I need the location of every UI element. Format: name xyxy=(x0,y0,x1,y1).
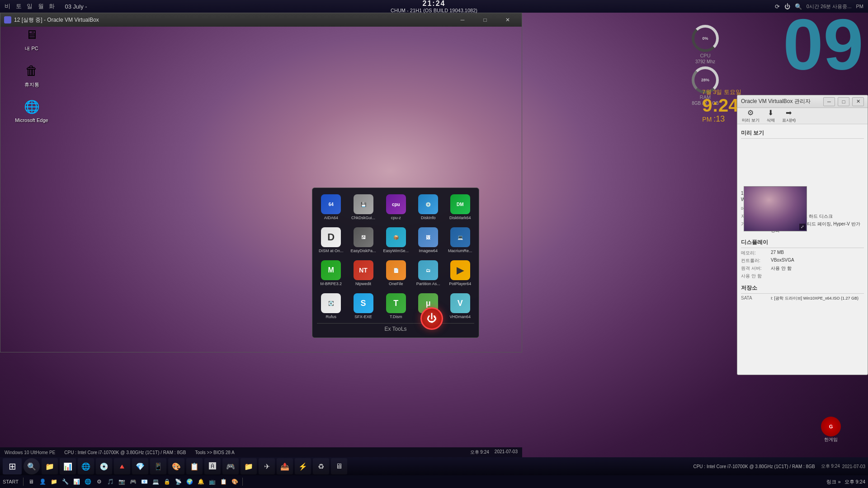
tb-warning[interactable]: 🔺 xyxy=(114,458,130,474)
bb-icon-18[interactable]: 📋 xyxy=(218,477,228,487)
tb-recycle[interactable]: ♻ xyxy=(313,458,329,474)
vbox-details-close[interactable]: ✕ xyxy=(852,97,864,106)
bb-icon-2[interactable]: 👤 xyxy=(38,477,47,487)
app-imagew[interactable]: 🖼 Imagew64 xyxy=(414,225,442,255)
tb-folder2[interactable]: 📋 xyxy=(186,458,203,474)
tb-chart[interactable]: 📊 xyxy=(60,458,76,474)
bb-icon-11[interactable]: 📧 xyxy=(139,477,149,487)
desktop: 비 토 일 월 화 03 July - 21:24 CHUM - 21H1 (O… xyxy=(0,0,868,488)
vm-display-section: 디스플레이 메모리: 27 MB 컨트롤러: VBoxSVGA 원격 서버: 사… xyxy=(741,237,864,279)
app-ntpwedit[interactable]: NT Ntpwedit xyxy=(349,258,378,288)
tb-gem[interactable]: 💎 xyxy=(132,458,148,474)
sfxexe-icon: S xyxy=(354,293,373,313)
app-macrium[interactable]: 💻 MacriumRe... xyxy=(446,225,474,255)
bb-icon-19[interactable]: 🎨 xyxy=(230,477,240,487)
top-bar-korean: 비 토 일 월 화 xyxy=(5,2,57,10)
bb-icon-10[interactable]: 🎮 xyxy=(128,477,138,487)
app-potplayer[interactable]: ▶ PotPlayer64 xyxy=(446,258,474,288)
app-tdism[interactable]: T T.Dism xyxy=(382,291,411,321)
app-easywim[interactable]: 📦 EasyWimSe... xyxy=(382,225,411,255)
bottom-start-label[interactable]: START xyxy=(3,479,19,484)
bb-icon-6[interactable]: 🌐 xyxy=(83,477,93,487)
tb-text[interactable]: 🅰 xyxy=(204,458,221,474)
vbox-details-titlebar: Oracle VM VirtualBox 관리자 ─ □ ✕ xyxy=(737,95,868,108)
app-cpuz[interactable]: cpu cpu-z xyxy=(382,192,411,222)
app-dism[interactable]: D DISM at On... xyxy=(317,225,345,255)
desktop-icon-edge[interactable]: 🌐 Microsoft Edge xyxy=(14,97,50,123)
bb-icon-1[interactable]: 🖥 xyxy=(26,477,36,487)
tb-game[interactable]: 🎮 xyxy=(222,458,239,474)
app-rufus[interactable]: 💽 Rufus xyxy=(317,291,345,321)
tb-file-explorer[interactable]: 📁 xyxy=(42,458,58,474)
app-partition[interactable]: 🗂 Partition As... xyxy=(414,258,442,288)
bb-icon-13[interactable]: 🔒 xyxy=(162,477,172,487)
hangame-label: 한게임 xyxy=(821,436,841,443)
start-icon: ⊞ xyxy=(9,461,16,472)
bb-icon-15[interactable]: 🌍 xyxy=(184,477,194,487)
app-chkdsk[interactable]: 💾 ChkDskGui... xyxy=(349,192,378,222)
tb-lightning[interactable]: ⚡ xyxy=(295,458,311,474)
tb-plane[interactable]: ✈ xyxy=(259,458,275,474)
bb-icon-8[interactable]: 🎵 xyxy=(105,477,115,487)
bb-icon-14[interactable]: 📡 xyxy=(173,477,183,487)
bb-icon-9[interactable]: 📷 xyxy=(117,477,127,487)
hangame-icon-area[interactable]: G 한게임 xyxy=(821,417,841,443)
tb-folder3[interactable]: 📁 xyxy=(241,458,257,474)
cpu-gauge-container: 0% CPU 3792 Mhz xyxy=(692,25,719,64)
preview-image-box: ⤢ xyxy=(744,186,807,231)
bb-icon-7[interactable]: ⚙ xyxy=(94,477,104,487)
tb-paint[interactable]: 🎨 xyxy=(168,458,184,474)
desktop-icon-trash[interactable]: 🗑 휴지통 xyxy=(14,61,50,88)
bottom-sep-1 xyxy=(23,478,24,486)
app-diskinfo[interactable]: 💿 DiskInfo xyxy=(414,192,442,222)
vbox-window-controls: ─ □ ✕ xyxy=(452,13,518,27)
search-button[interactable]: 🔍 xyxy=(24,458,40,474)
settings-btn[interactable]: ⚙ 미리 보기 xyxy=(740,108,761,124)
tb-browser[interactable]: 🌐 xyxy=(78,458,94,474)
bb-icon-4[interactable]: 🔧 xyxy=(60,477,70,487)
bb-icon-12[interactable]: 💻 xyxy=(151,477,160,487)
preview-expand-icon[interactable]: ⤢ xyxy=(799,224,806,230)
tb-pink[interactable]: 📱 xyxy=(150,458,166,474)
cpu-label: CPU xyxy=(700,53,710,58)
status-cpu-info: CPU : Intel Core i7-10700K @ 3.80GHz (1C… xyxy=(64,450,186,455)
delete-btn[interactable]: ⬇ 삭제 xyxy=(765,108,777,124)
desktop-icon-mypc[interactable]: 🖥 내 PC xyxy=(14,25,50,52)
bottom-time: 오후 9:24 xyxy=(844,479,865,485)
app-onefile[interactable]: 📄 OneFile xyxy=(382,258,411,288)
top-bar-icon-power[interactable]: ⏻ xyxy=(784,3,790,10)
imagew-label: Imagew64 xyxy=(419,249,438,253)
main-taskbar: ⊞ 🔍 📁 📊 🌐 💿 🔺 💎 📱 🎨 📋 🅰 🎮 📁 ✈ 📤 ⚡ ♻ 🖥 CP… xyxy=(0,457,868,475)
tb-monitor[interactable]: 🖥 xyxy=(331,458,347,474)
app-mbrpe[interactable]: M M-BRPE3.2 xyxy=(317,258,345,288)
vbox-maximize-btn[interactable]: □ xyxy=(475,13,495,27)
bb-icon-17[interactable]: 📺 xyxy=(207,477,217,487)
bb-icon-5[interactable]: 📊 xyxy=(71,477,81,487)
top-bar-icon-search[interactable]: 🔍 xyxy=(795,3,802,10)
vbox-close-btn[interactable]: ✕ xyxy=(497,13,518,27)
power-button[interactable]: ⏻ xyxy=(420,307,443,330)
app-vhdman[interactable]: V VHDman64 xyxy=(446,291,474,321)
disk-row: SATA I: [광학 드라이브] Win10XPE_x64.ISO (1.27… xyxy=(741,296,864,301)
top-bar-icon-refresh[interactable]: ⟳ xyxy=(775,3,780,10)
vbox-details-maximize[interactable]: □ xyxy=(838,97,849,106)
tb-cd[interactable]: 💿 xyxy=(96,458,112,474)
app-sfxexe[interactable]: S SFX-EXE xyxy=(349,291,378,321)
partition-icon: 🗂 xyxy=(418,260,438,280)
settings-icon: ⚙ xyxy=(747,108,754,117)
vbox-details-minimize[interactable]: ─ xyxy=(823,97,835,106)
bb-icon-16[interactable]: 🔔 xyxy=(196,477,206,487)
bb-icon-3[interactable]: 📁 xyxy=(49,477,59,487)
app-easydisk[interactable]: 🖫 EasyDiskPa... xyxy=(349,225,378,255)
app-aida64[interactable]: 64 AIDA64 xyxy=(317,192,345,222)
top-bar-system-name: CHUM - 21H1 (OS BUILD 19043.1082) xyxy=(391,8,477,13)
onefile-label: OneFile xyxy=(389,282,403,286)
settings-label: 미리 보기 xyxy=(742,117,760,123)
vbox-minimize-btn[interactable]: ─ xyxy=(452,13,473,27)
remote-val: 사용 안 함 xyxy=(771,265,792,272)
tb-mail[interactable]: 📤 xyxy=(277,458,293,474)
app-diskmark[interactable]: DM DiskMark64 xyxy=(446,192,474,222)
hangame-icon: G xyxy=(821,417,841,436)
start-button[interactable]: ⊞ xyxy=(3,458,22,474)
show-btn[interactable]: ➡ 표시(H) xyxy=(780,108,798,124)
